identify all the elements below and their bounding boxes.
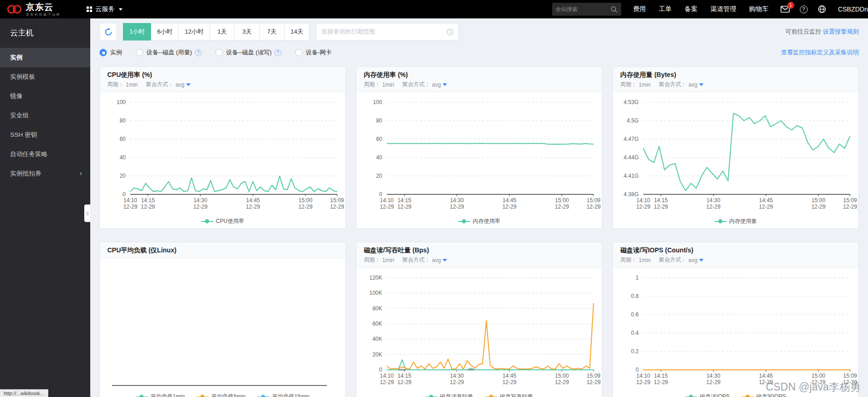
time-range-button-4[interactable]: 3天: [234, 23, 260, 41]
chevron-down-icon: [443, 83, 447, 86]
topnav-item-4[interactable]: 购物车: [749, 5, 769, 13]
sidebar-item-3[interactable]: 安全组: [0, 106, 90, 125]
aggregation-dropdown[interactable]: avg: [688, 257, 704, 263]
filter-radio-3[interactable]: 设备-网卡: [295, 48, 332, 57]
legend-item-0[interactable]: 内存使用量: [715, 217, 757, 225]
sidebar-collapse-handle[interactable]: [84, 204, 90, 222]
time-range-button-2[interactable]: 12小时: [178, 23, 210, 41]
product-switcher-label: 云服务: [95, 5, 115, 13]
filter-radio-0[interactable]: 实例: [99, 48, 122, 57]
svg-text:120K: 120K: [369, 274, 382, 281]
legend-item-0[interactable]: 磁盘读吞吐量: [425, 393, 473, 397]
svg-text:100: 100: [117, 99, 126, 105]
filter-label: 设备--磁盘 (读写): [226, 48, 272, 57]
period-value: 1min: [639, 257, 651, 263]
legend-label: 平均负载5min: [211, 393, 245, 397]
date-range-placeholder: 选择查询的日期范围: [321, 28, 447, 36]
legend-marker: [136, 395, 148, 397]
topnav-item-2[interactable]: 备案: [685, 5, 698, 13]
aggregation-dropdown[interactable]: avg: [175, 82, 191, 88]
svg-text:14:30: 14:30: [706, 373, 720, 379]
chart-plot-area: 10.80.60.40.2014:1012-2914:1512-2914:301…: [613, 268, 858, 389]
sidebar-item-6[interactable]: 实例抵扣券›: [0, 164, 90, 183]
aggregation-dropdown[interactable]: avg: [688, 82, 704, 88]
language-button[interactable]: [818, 5, 826, 13]
legend-label: 平均负载1min: [151, 393, 185, 397]
sidebar-item-5[interactable]: 自动任务策略: [0, 145, 90, 164]
aggregation-dropdown[interactable]: avg: [432, 82, 447, 88]
legend-item-2[interactable]: 平均负载15min: [257, 393, 309, 397]
filter-radio-1[interactable]: 设备--磁盘 (用量)?: [136, 48, 202, 57]
brand[interactable]: 京东云 京东科技旗下品牌: [6, 3, 61, 16]
time-range-button-1[interactable]: 6小时: [151, 23, 179, 41]
sidebar-item-4[interactable]: SSH 密钥: [0, 125, 90, 145]
messages-button[interactable]: 1: [781, 6, 790, 13]
legend-item-0[interactable]: 平均负载1min: [136, 393, 185, 397]
legend-item-1[interactable]: 平均负载5min: [197, 393, 245, 397]
metrics-doc-link[interactable]: 查看监控指标定义及采集说明: [781, 49, 859, 56]
sidebar-item-1[interactable]: 实例模板: [0, 67, 90, 87]
filter-radio-2[interactable]: 设备--磁盘 (读写)?: [216, 48, 281, 57]
product-switcher[interactable]: 云服务: [87, 5, 122, 13]
sidebar-item-label: 安全组: [10, 112, 29, 119]
svg-text:12-29: 12-29: [636, 379, 651, 385]
clock-icon: [447, 29, 454, 35]
period-label: 周期：: [364, 81, 380, 88]
chart-plot-area: 10080604020014:1012-2914:1512-2914:3012-…: [100, 92, 345, 214]
svg-text:0.2: 0.2: [631, 348, 639, 355]
time-range-button-0[interactable]: 1小时: [123, 23, 151, 41]
aggregation-dropdown[interactable]: avg: [432, 257, 447, 263]
topnav-item-1[interactable]: 工单: [659, 5, 672, 13]
legend-item-0[interactable]: 磁盘读IOPS: [685, 393, 730, 397]
svg-text:40: 40: [376, 154, 383, 161]
aggregation-label: 聚合方式：: [402, 256, 430, 264]
refresh-icon: [104, 28, 113, 36]
alarm-rules-link[interactable]: 设置报警规则: [823, 28, 859, 35]
svg-text:0: 0: [379, 367, 382, 373]
username[interactable]: CSBZDDn: [838, 6, 868, 13]
chevron-right-icon: ›: [80, 169, 82, 177]
sidebar-item-label: 实例: [10, 54, 23, 61]
svg-text:15:00: 15:00: [298, 197, 312, 204]
global-search-input[interactable]: 全站搜索: [552, 3, 621, 16]
topnav-item-3[interactable]: 渠道管理: [711, 5, 736, 13]
sidebar-item-label: 实例抵扣券: [10, 170, 41, 177]
topbar: 京东云 京东科技旗下品牌 云服务 全站搜索 费用工单备案渠道管理购物车 1: [0, 0, 868, 18]
filter-toolbar: 实例设备--磁盘 (用量)?设备--磁盘 (读写)?设备-网卡 查看监控指标定义…: [99, 46, 859, 59]
message-count-badge: 1: [787, 2, 794, 9]
sidebar-item-label: SSH 密钥: [10, 131, 37, 138]
svg-text:0.6: 0.6: [631, 311, 639, 318]
time-range-button-6[interactable]: 14天: [284, 23, 309, 41]
topnav-item-0[interactable]: 费用: [633, 5, 646, 13]
legend-item-0[interactable]: CPU使用率: [201, 217, 244, 225]
time-range-button-3[interactable]: 1天: [210, 23, 235, 41]
legend-dot: [689, 395, 693, 397]
help-icon[interactable]: ?: [274, 49, 281, 56]
svg-text:12-29: 12-29: [380, 379, 394, 385]
legend-item-0[interactable]: 内存使用率: [458, 217, 501, 225]
time-range-button-5[interactable]: 7天: [259, 23, 285, 41]
svg-text:40: 40: [120, 154, 126, 161]
help-button[interactable]: ?: [800, 6, 808, 13]
help-icon[interactable]: ?: [195, 49, 202, 56]
date-range-input[interactable]: 选择查询的日期范围: [316, 23, 459, 41]
legend-marker: [685, 395, 697, 397]
question-icon: ?: [800, 6, 808, 13]
legend-item-1[interactable]: 磁盘写吞吐量: [485, 393, 533, 397]
svg-text:12-29: 12-29: [330, 204, 344, 210]
period-label: 周期：: [620, 81, 637, 88]
legend-label: CPU使用率: [216, 217, 244, 225]
chart-plot-area: [100, 258, 345, 389]
svg-text:80: 80: [120, 117, 126, 124]
svg-text:0.8: 0.8: [631, 293, 639, 299]
svg-text:12-29: 12-29: [706, 204, 721, 210]
svg-text:0.4: 0.4: [631, 330, 639, 336]
chart-title: CPU使用率 (%): [107, 71, 338, 79]
filter-label: 设备--磁盘 (用量): [146, 48, 192, 57]
refresh-button[interactable]: [99, 23, 117, 41]
sidebar-item-2[interactable]: 镜像: [0, 87, 90, 106]
sidebar-item-0[interactable]: 实例: [0, 48, 90, 67]
aggregation-value: avg: [432, 82, 441, 88]
svg-text:4.44G: 4.44G: [623, 154, 639, 161]
svg-text:12-29: 12-29: [759, 204, 773, 210]
